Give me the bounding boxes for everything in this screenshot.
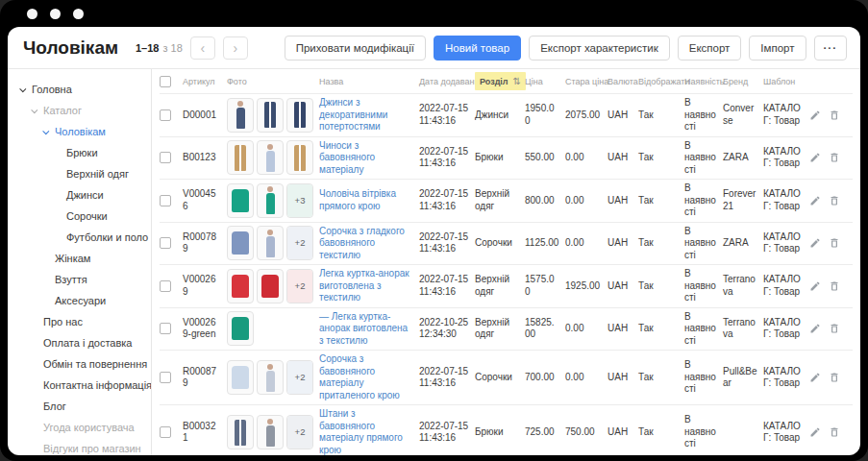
sidebar-item[interactable]: Джинси — [8, 184, 151, 206]
product-photo-thumbnail[interactable] — [257, 269, 284, 303]
column-header-name[interactable]: Назва — [319, 77, 419, 86]
sidebar-item[interactable]: Каталог — [8, 100, 151, 121]
export-characteristics-button[interactable]: Експорт характеристик — [529, 36, 670, 61]
sidebar-item[interactable]: Жінкам — [8, 248, 151, 269]
column-header-price[interactable]: Ціна — [525, 77, 565, 86]
product-photo-thumbnail[interactable]: +2 — [286, 360, 313, 395]
edit-icon[interactable] — [809, 280, 821, 292]
row-checkbox[interactable] — [160, 237, 171, 249]
sidebar-item[interactable]: Обмін та повернення — [8, 353, 151, 375]
window-dot[interactable] — [73, 9, 84, 19]
window-dot[interactable] — [50, 9, 61, 19]
sort-icon[interactable]: ⇅ — [513, 76, 521, 86]
delete-icon[interactable] — [829, 323, 840, 334]
product-photo-thumbnail[interactable] — [227, 311, 254, 346]
sidebar-item[interactable]: Головна — [8, 79, 151, 100]
product-photo-thumbnail[interactable] — [227, 415, 254, 449]
import-button[interactable]: Імпорт — [749, 36, 806, 61]
column-header-template[interactable]: Шаблон — [763, 77, 811, 86]
product-photo-thumbnail[interactable] — [257, 415, 284, 449]
sidebar-item[interactable]: Блог — [8, 396, 151, 417]
delete-icon[interactable] — [829, 372, 840, 383]
product-photo-thumbnail[interactable]: +2 — [286, 226, 313, 260]
column-header-sku[interactable]: Артикул — [183, 77, 227, 86]
edit-icon[interactable] — [809, 237, 821, 249]
edit-icon[interactable] — [809, 152, 821, 163]
product-photo-thumbnail[interactable] — [227, 98, 254, 133]
row-checkbox[interactable] — [160, 372, 171, 383]
sidebar-item[interactable]: Відгуки про магазин — [8, 438, 151, 455]
row-checkbox[interactable] — [160, 195, 171, 206]
next-page-button[interactable]: › — [223, 36, 248, 60]
hide-modifications-button[interactable]: Приховати модифікації — [285, 36, 426, 61]
column-header-currency[interactable]: Валюта — [608, 77, 638, 86]
edit-icon[interactable] — [809, 426, 821, 438]
edit-icon[interactable] — [809, 109, 821, 121]
product-photo-thumbnail[interactable] — [286, 140, 313, 175]
product-name-link[interactable]: — Легка куртка-анорак виготовлена з текс… — [319, 311, 408, 346]
column-header-old_price[interactable]: Стара ціна — [565, 77, 608, 86]
sidebar-item[interactable]: Чоловікам — [8, 121, 151, 142]
product-photo-thumbnail[interactable] — [257, 98, 284, 133]
sidebar-item[interactable]: Оплата і доставка — [8, 332, 151, 353]
product-photo-thumbnail[interactable] — [227, 140, 254, 175]
product-photo-thumbnail[interactable] — [286, 98, 313, 133]
product-name-link[interactable]: Сорочка з гладкого бавовняного текстилю — [319, 226, 405, 260]
product-photo-thumbnail[interactable] — [257, 226, 284, 260]
product-photo-thumbnail[interactable]: +2 — [286, 269, 313, 303]
sidebar-item[interactable]: Взуття — [8, 269, 151, 290]
product-name-link[interactable]: Легка куртка-анорак виготовлена з тексти… — [319, 268, 409, 303]
sidebar-item[interactable]: Контактна інформація — [8, 375, 151, 396]
sidebar-item[interactable]: Угода користувача — [8, 417, 151, 438]
row-checkbox[interactable] — [160, 152, 171, 163]
more-actions-button[interactable]: ··· — [814, 36, 848, 61]
product-photo-thumbnail[interactable] — [257, 360, 284, 395]
product-photo-thumbnail[interactable] — [227, 360, 254, 395]
product-photo-thumbnail[interactable]: +2 — [286, 415, 313, 449]
column-header-photos[interactable]: Фото — [227, 77, 319, 86]
cell-check — [160, 237, 183, 249]
sidebar-item[interactable]: Футболки и поло — [8, 227, 151, 248]
product-name-link[interactable]: Сорочка з бавовняного матеріалу притален… — [319, 353, 400, 400]
product-name-link[interactable]: Штани з бавовняного матеріалу прямого кр… — [319, 408, 403, 455]
column-header-date[interactable]: Дата додавання — [419, 77, 475, 86]
sidebar-item[interactable]: Аксесуари — [8, 290, 151, 311]
prev-page-button[interactable]: ‹ — [190, 36, 215, 60]
product-photo-thumbnail[interactable]: +3 — [286, 183, 313, 218]
delete-icon[interactable] — [829, 237, 840, 249]
row-checkbox[interactable] — [160, 426, 171, 438]
column-header-check[interactable] — [160, 76, 183, 87]
column-header-section[interactable]: Розділ⇅ — [475, 72, 525, 90]
product-photo-thumbnail[interactable] — [227, 269, 254, 303]
edit-icon[interactable] — [809, 195, 821, 206]
product-photo-thumbnail[interactable] — [227, 183, 254, 218]
sidebar-item[interactable]: Брюки — [8, 142, 151, 163]
column-header-availability[interactable]: Наявність — [684, 77, 723, 86]
sidebar-item[interactable]: Про нас — [8, 311, 151, 332]
sidebar-item[interactable]: Сорочки — [8, 206, 151, 227]
product-name-link[interactable]: Джинси з декоративними потертостями — [319, 97, 387, 132]
delete-icon[interactable] — [829, 426, 840, 438]
row-checkbox[interactable] — [160, 109, 171, 121]
window-dot[interactable] — [27, 9, 37, 19]
delete-icon[interactable] — [829, 152, 840, 163]
select-all-checkbox[interactable] — [160, 76, 171, 87]
product-name-link[interactable]: Чиноси з бавовняного матеріалу — [319, 140, 375, 175]
product-name-link[interactable]: Чоловіча вітрівка прямого крою — [319, 188, 396, 211]
delete-icon[interactable] — [829, 109, 840, 121]
new-product-button[interactable]: Новий товар — [434, 36, 521, 61]
row-checkbox[interactable] — [160, 280, 171, 292]
column-header-display[interactable]: Відображати — [638, 77, 684, 86]
sidebar-item[interactable]: Верхній одяг — [8, 163, 151, 184]
column-header-brand[interactable]: Бренд — [723, 77, 763, 86]
cell-currency: UAH — [608, 152, 638, 164]
product-photo-thumbnail[interactable] — [257, 183, 284, 218]
export-button[interactable]: Експорт — [678, 36, 742, 61]
edit-icon[interactable] — [809, 372, 821, 383]
product-photo-thumbnail[interactable] — [257, 140, 284, 175]
row-checkbox[interactable] — [160, 323, 171, 334]
product-photo-thumbnail[interactable] — [227, 226, 254, 260]
delete-icon[interactable] — [829, 280, 840, 292]
edit-icon[interactable] — [809, 323, 821, 334]
delete-icon[interactable] — [829, 195, 840, 206]
